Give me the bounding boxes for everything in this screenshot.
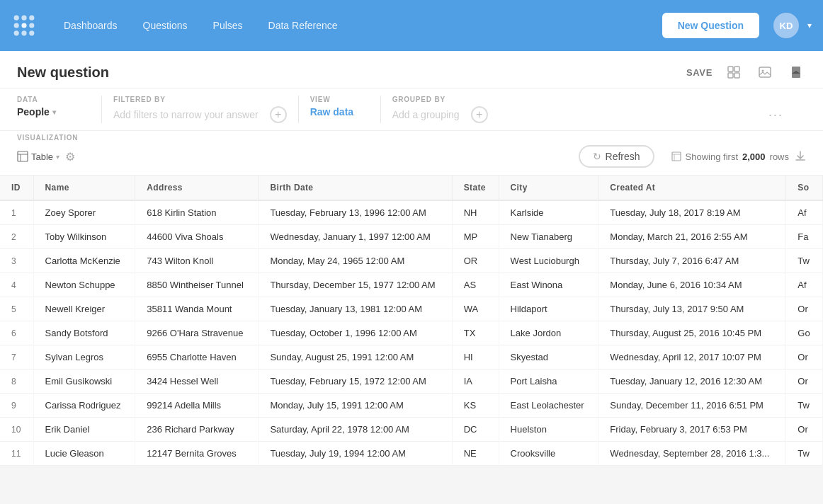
avatar-chevron-icon[interactable]: ▾ bbox=[807, 21, 812, 30]
table-cell: Af bbox=[786, 200, 823, 225]
table-row[interactable]: 11Lucie Gleason12147 Bernita GrovesTuesd… bbox=[0, 442, 823, 466]
table-cell: Tw bbox=[786, 442, 823, 466]
table-cell: TX bbox=[452, 321, 499, 345]
table-cell: Carissa Rodriguez bbox=[33, 394, 135, 418]
table-row[interactable]: 6Sandy Botsford9266 O'Hara StravenueTues… bbox=[0, 321, 823, 345]
col-header-birthdate[interactable]: Birth Date bbox=[259, 176, 452, 200]
svg-point-2 bbox=[29, 16, 34, 21]
table-cell: 9266 O'Hara Stravenue bbox=[135, 321, 259, 345]
table-cell: Monday, June 6, 2016 10:34 AM bbox=[598, 273, 786, 297]
image-icon[interactable] bbox=[755, 62, 775, 82]
table-cell: AS bbox=[452, 273, 499, 297]
question-header: New question SAVE bbox=[0, 51, 823, 88]
bookmark-icon[interactable] bbox=[786, 62, 806, 82]
add-grouping-button[interactable]: + bbox=[471, 106, 488, 123]
table-row[interactable]: 4Newton Schuppe8850 Wintheiser TunnelThu… bbox=[0, 273, 823, 297]
view-selector[interactable]: Raw data bbox=[310, 106, 369, 118]
filter-bar: DATA People ▾ FILTERED BY Add filters to… bbox=[0, 88, 823, 131]
table-cell: Sylvan Legros bbox=[33, 345, 135, 370]
table-row[interactable]: 8Emil Gusikowski3424 Hessel WellTuesday,… bbox=[0, 370, 823, 394]
table-cell: 10 bbox=[0, 418, 33, 442]
visualization-bar: VISUALIZATION Table ▾ ⚙ ↻ Refresh bbox=[0, 131, 823, 176]
col-header-city[interactable]: City bbox=[499, 176, 598, 200]
table-cell: Or bbox=[786, 370, 823, 394]
svg-rect-12 bbox=[734, 73, 739, 78]
table-viz-button[interactable]: Table ▾ bbox=[17, 151, 59, 162]
rows-label: Showing first bbox=[686, 151, 738, 162]
table-cell: 5 bbox=[0, 297, 33, 321]
logo[interactable] bbox=[11, 13, 37, 38]
table-cell: WA bbox=[452, 297, 499, 321]
table-row[interactable]: 2Toby Wilkinson44600 Viva ShoalsWednesda… bbox=[0, 225, 823, 249]
table-label: Table bbox=[31, 151, 53, 162]
avatar[interactable]: KD bbox=[773, 13, 799, 38]
table-cell: Thursday, July 13, 2017 9:50 AM bbox=[598, 297, 786, 321]
table-row[interactable]: 5Newell Kreiger35811 Wanda MountTuesday,… bbox=[0, 297, 823, 321]
filtered-by-label: FILTERED BY bbox=[113, 96, 287, 103]
nav-dashboards[interactable]: Dashboards bbox=[54, 14, 127, 37]
nav-questions[interactable]: Questions bbox=[133, 14, 198, 37]
grouped-by-section: GROUPED BY Add a grouping + ··· bbox=[392, 96, 795, 123]
table-cell: Sunday, December 11, 2016 6:51 PM bbox=[598, 394, 786, 418]
table-cell: Wednesday, September 28, 2016 1:3... bbox=[598, 442, 786, 466]
table-cell: Monday, July 15, 1991 12:00 AM bbox=[259, 394, 452, 418]
rows-count: 2,000 bbox=[742, 151, 766, 162]
viz-controls: Table ▾ ⚙ bbox=[17, 150, 75, 164]
table-cell: NH bbox=[452, 200, 499, 225]
table-row[interactable]: 3Carlotta McKenzie743 Wilton KnollMonday… bbox=[0, 249, 823, 273]
viz-label: VISUALIZATION bbox=[17, 134, 78, 142]
expand-icon[interactable] bbox=[724, 62, 744, 82]
svg-point-0 bbox=[14, 16, 19, 21]
table-cell: Huelston bbox=[499, 418, 598, 442]
table-cell: Wednesday, April 12, 2017 10:07 PM bbox=[598, 345, 786, 370]
data-chevron-icon: ▾ bbox=[52, 108, 56, 116]
table-cell: 8 bbox=[0, 370, 33, 394]
data-people-selector[interactable]: People ▾ bbox=[17, 106, 56, 118]
table-cell: 4 bbox=[0, 273, 33, 297]
refresh-icon: ↻ bbox=[593, 151, 601, 162]
table-cell: Tw bbox=[786, 249, 823, 273]
col-header-createdat[interactable]: Created At bbox=[598, 176, 786, 200]
col-header-state[interactable]: State bbox=[452, 176, 499, 200]
svg-rect-16 bbox=[18, 151, 28, 161]
col-header-name[interactable]: Name bbox=[33, 176, 135, 200]
nav-data-reference[interactable]: Data Reference bbox=[259, 14, 348, 37]
table-row[interactable]: 1Zoey Sporer618 Kirlin StationTuesday, F… bbox=[0, 200, 823, 225]
table-cell: Tuesday, January 12, 2016 12:30 AM bbox=[598, 370, 786, 394]
add-filter-button[interactable]: + bbox=[270, 106, 287, 123]
table-cell: Port Laisha bbox=[499, 370, 598, 394]
table-cell: Saturday, April 22, 1978 12:00 AM bbox=[259, 418, 452, 442]
table-cell: 3424 Hessel Well bbox=[135, 370, 259, 394]
table-cell: Newell Kreiger bbox=[33, 297, 135, 321]
svg-point-4 bbox=[21, 23, 26, 28]
table-cell: Emil Gusikowski bbox=[33, 370, 135, 394]
col-header-so[interactable]: So bbox=[786, 176, 823, 200]
table-cell: 743 Wilton Knoll bbox=[135, 249, 259, 273]
table-cell: 12147 Bernita Groves bbox=[135, 442, 259, 466]
more-options-button[interactable]: ··· bbox=[768, 108, 783, 122]
table-cell: Thursday, December 15, 1977 12:00 AM bbox=[259, 273, 452, 297]
settings-icon[interactable]: ⚙ bbox=[65, 150, 75, 164]
table-cell: Lucie Gleason bbox=[33, 442, 135, 466]
table-cell: West Lucioburgh bbox=[499, 249, 598, 273]
table-cell: Newton Schuppe bbox=[33, 273, 135, 297]
table-cell: Zoey Sporer bbox=[33, 200, 135, 225]
table-cell: Lake Jordon bbox=[499, 321, 598, 345]
col-header-id[interactable]: ID bbox=[0, 176, 33, 200]
table-cell: OR bbox=[452, 249, 499, 273]
refresh-button[interactable]: ↻ Refresh bbox=[579, 145, 654, 168]
download-icon[interactable] bbox=[795, 150, 806, 164]
data-table-wrapper: ID Name Address Birth Date State City Cr… bbox=[0, 176, 823, 466]
table-cell: East Leolachester bbox=[499, 394, 598, 418]
col-header-address[interactable]: Address bbox=[135, 176, 259, 200]
table-row[interactable]: 10Erik Daniel236 Richard ParkwaySaturday… bbox=[0, 418, 823, 442]
table-row[interactable]: 9Carissa Rodriguez99214 Adella MillsMond… bbox=[0, 394, 823, 418]
nav-pulses[interactable]: Pulses bbox=[203, 14, 253, 37]
table-cell: 6 bbox=[0, 321, 33, 345]
save-button[interactable]: SAVE bbox=[686, 67, 713, 78]
table-row[interactable]: 7Sylvan Legros6955 Charlotte HavenSunday… bbox=[0, 345, 823, 370]
svg-point-3 bbox=[14, 23, 19, 28]
new-question-button[interactable]: New Question bbox=[662, 13, 759, 38]
filter-placeholder: Add filters to narrow your answer bbox=[113, 109, 259, 120]
table-cell: 35811 Wanda Mount bbox=[135, 297, 259, 321]
